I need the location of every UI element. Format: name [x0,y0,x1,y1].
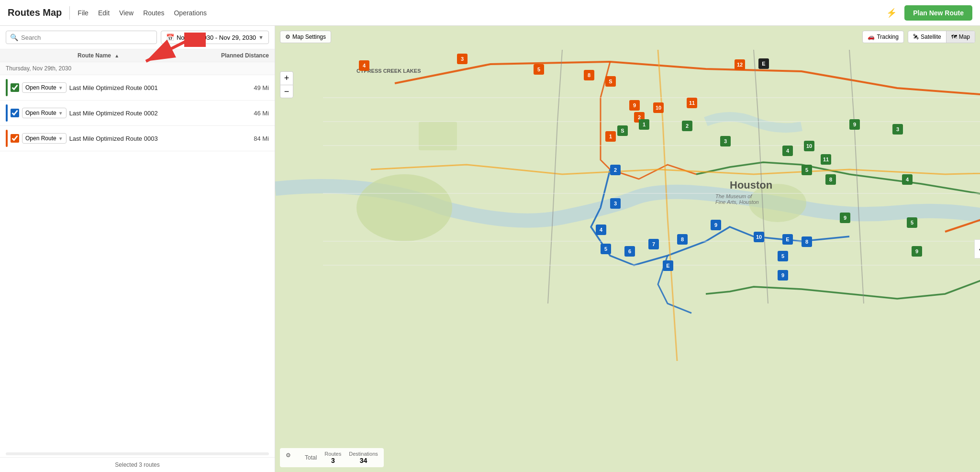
map-marker-orange-s[interactable]: S [605,76,616,87]
route-checkbox-1[interactable] [11,83,19,92]
map-marker-blue-2[interactable]: 2 [610,165,621,175]
map-stat-routes: Routes 3 [324,451,341,464]
table-row: Open Route ▼ Last Mile Optimized Route 0… [0,126,275,151]
search-icon: 🔍 [10,34,18,41]
date-range-label: Nov 29, 2030 - Nov 29, 2030 [177,34,256,41]
scroll-area[interactable]: Open Route ▼ Last Mile Optimized Route 0… [0,75,275,450]
map-marker-blue-5b[interactable]: 5 [778,251,788,261]
date-group-label: Thursday, Nov 29th, 2030 [0,62,275,75]
map-view-button[interactable]: 🗺 Map [947,31,975,43]
left-panel: 🔍 📅 Nov 29, 2030 - Nov 29, 2030 ▼ [0,26,275,472]
route-name-3: Last Mile Optimized Route 0003 [69,135,240,142]
plan-new-route-button[interactable]: Plan New Route [904,5,972,21]
map-marker-green-8[interactable]: 8 [825,174,836,185]
map-marker-blue-7[interactable]: 7 [648,239,659,249]
table-row: Open Route ▼ Last Mile Optimized Route 0… [0,101,275,126]
map-marker-green-9c[interactable]: 9 [840,213,850,223]
satellite-view-button[interactable]: 🛰 Satellite [908,31,946,43]
route-status-1[interactable]: Open Route ▼ [22,82,67,93]
nav-view[interactable]: View [119,9,134,17]
map-marker-orange-9[interactable]: 9 [629,100,640,111]
map-marker-blue-3[interactable]: 3 [610,198,621,209]
map-settings-button[interactable]: ⚙ Map Settings [280,31,331,43]
settings-small-icon[interactable]: ⚙ [286,452,297,463]
nav-operations[interactable]: Operations [174,9,206,17]
map-marker-green-3[interactable]: 3 [720,136,731,146]
map-marker-green-4b[interactable]: 4 [902,174,913,185]
map-marker-blue-8b[interactable]: 8 [802,236,812,247]
calendar-icon: 📅 [166,34,174,41]
map-marker-orange-5[interactable]: 5 [534,64,544,75]
map-marker-blue-8[interactable]: 8 [677,234,688,245]
scrollbar-thumb[interactable] [6,452,269,455]
route-status-3[interactable]: Open Route ▼ [22,133,67,144]
map-marker-blue-9[interactable]: 9 [711,220,721,230]
map-area[interactable]: 4 3 5 8 S 9 2 1 10 11 12 E S 1 2 3 4 5 1… [275,26,980,472]
color-indicator-green [6,79,8,96]
map-marker-blue-10[interactable]: 10 [754,232,764,242]
map-marker-green-9b[interactable]: 9 [912,246,922,257]
main-layout: 🔍 📅 Nov 29, 2030 - Nov 29, 2030 ▼ [0,26,980,472]
route-status-2[interactable]: Open Route ▼ [22,108,67,118]
route-name-2: Last Mile Optimized Route 0002 [69,110,240,117]
svg-rect-4 [419,122,457,150]
zoom-in-button[interactable]: + [280,71,293,85]
flash-icon[interactable]: ⚡ [886,8,897,18]
col-name-header: Route Name ▲ [78,52,216,59]
map-marker-green-2[interactable]: 2 [682,121,692,131]
nav-edit[interactable]: Edit [98,9,110,17]
header-nav: File Edit View Routes Operations [78,9,207,17]
route-dist-3: 84 Mi [243,135,269,142]
route-checkbox-2[interactable] [11,109,19,117]
map-marker-green-9[interactable]: 9 [849,119,860,130]
map-icon: 🗺 [951,34,957,40]
map-marker-orange-11[interactable]: 11 [687,98,697,108]
search-bar: 🔍 📅 Nov 29, 2030 - Nov 29, 2030 ▼ [0,26,275,49]
color-indicator-orange [6,130,8,147]
route-dist-1: 49 Mi [243,84,269,91]
map-marker-blue-9b[interactable]: 9 [778,270,788,281]
map-marker-green-11[interactable]: 11 [821,154,831,165]
nav-routes[interactable]: Routes [143,9,164,17]
zoom-out-button[interactable]: − [280,85,293,98]
date-range-button[interactable]: 📅 Nov 29, 2030 - Nov 29, 2030 ▼ [161,31,269,44]
map-zoom-controls: + − [280,71,293,98]
map-marker-orange-8[interactable]: 8 [584,70,594,80]
header: Routes Map File Edit View Routes Operati… [0,0,980,26]
map-marker-green-10[interactable]: 10 [804,141,814,151]
route-table-header: Route Name ▲ Planned Distance [0,49,275,62]
map-marker-green-4[interactable]: 4 [782,146,793,156]
map-marker-blue-4[interactable]: 4 [596,225,606,235]
chevron-down-icon: ▼ [58,136,63,141]
map-marker-orange-10[interactable]: 10 [653,102,664,113]
map-marker-blue-5[interactable]: 5 [601,244,611,254]
map-marker-blue-6[interactable]: 6 [624,246,635,257]
route-name-1: Last Mile Optimized Route 0001 [69,84,240,91]
nav-file[interactable]: File [78,9,89,17]
svg-point-3 [356,174,452,241]
map-marker-orange-3[interactable]: 3 [457,54,468,64]
total-label: Total [305,454,317,461]
map-marker-green-5b[interactable]: 5 [907,217,917,228]
map-marker-end-e[interactable]: E [758,58,769,69]
map-marker-green-s[interactable]: S [617,125,628,136]
map-marker-green-3b[interactable]: 3 [892,124,903,135]
map-marker-green-5[interactable]: 5 [802,165,812,175]
panel-collapse-button[interactable]: ‹ [974,239,980,258]
tracking-button[interactable]: 🚗 Tracking [862,31,904,43]
route-checkbox-3[interactable] [11,134,19,143]
map-marker-orange-4[interactable]: 4 [359,60,369,71]
search-input-wrap[interactable]: 🔍 [6,31,157,44]
color-indicator-blue [6,104,8,122]
map-marker-blue-e[interactable]: E [782,234,793,245]
map-marker-green-1[interactable]: 1 [639,119,649,130]
search-input[interactable] [21,34,153,41]
map-marker-blue-e2[interactable]: E [663,260,673,271]
map-marker-orange-12[interactable]: 12 [735,59,745,70]
left-panel-footer: Selected 3 routes [0,457,275,472]
col-dist-header: Planned Distance [216,52,269,59]
map-marker-orange-1[interactable]: 1 [605,131,616,142]
map-stat-destinations: Destinations 34 [349,451,378,464]
selected-routes-label: Selected 3 routes [115,461,159,468]
chevron-down-icon: ▼ [58,111,63,116]
